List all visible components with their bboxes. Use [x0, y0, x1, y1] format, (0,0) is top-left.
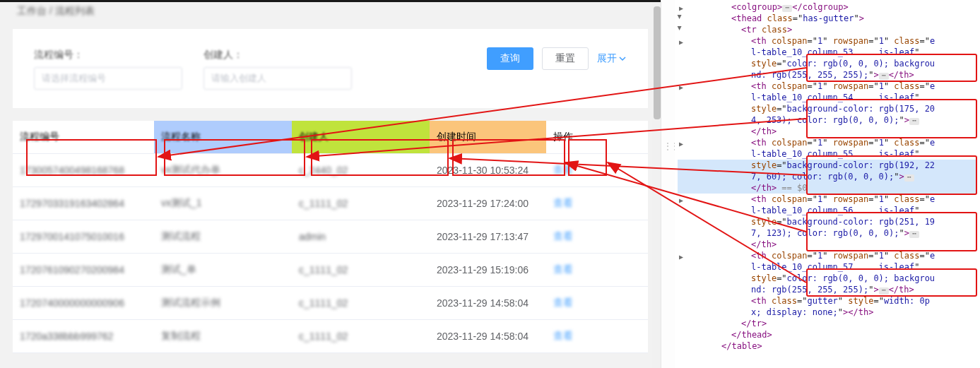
devtools-source-line[interactable]: </th> — [678, 239, 977, 250]
table-row: 1729703319163402864vx测试_1c_1111_022023-1… — [13, 187, 648, 220]
devtools-source-line[interactable]: 4, 253); color: rgb(0, 0, 0);">⋯ — [678, 114, 977, 126]
data-table: 流程编号 流程名称 创建人 创建时间 操作 173005740049816876… — [13, 121, 648, 353]
table-row: 1720a338bbb999762复制流程c_1111_022023-11-29… — [13, 320, 648, 353]
devtools-source-line[interactable]: ▶<th colspan="1" rowspan="1" class="e — [678, 137, 977, 148]
field-process-no: 流程编号： 请选择流程编号 — [34, 49, 182, 90]
devtools-source-line[interactable]: 7, 123); color: rgb(0, 0, 0);">⋯ — [678, 227, 977, 239]
devtools-source-line[interactable]: ▶<th colspan="1" rowspan="1" class="e — [678, 81, 977, 92]
scrollbar-thumb[interactable] — [654, 6, 661, 119]
cell-creator: c_1111_02 — [292, 320, 430, 353]
table-head: 流程编号 流程名称 创建人 创建时间 操作 — [13, 121, 648, 154]
app-content: 工作台 / 流程列表 流程编号： 请选择流程编号 创建人： 请输入创建人 查询 … — [0, 0, 661, 368]
cell-operate: 查看 — [546, 154, 648, 187]
cell-process-name: 测试流程示例 — [154, 287, 292, 320]
cell-creator: admin — [292, 220, 430, 254]
devtools-source-line[interactable]: ▶<tr class> — [678, 24, 977, 35]
devtools-source-line[interactable]: style="background-color: rgb(175, 20 — [678, 103, 977, 114]
devtools-source-line[interactable]: ▶<thead class="has-gutter"> — [678, 13, 977, 24]
cell-process-no: 1729700141075010016 — [13, 220, 154, 254]
devtools-source-line[interactable]: l-table_10_column_53 is-leaf" — [678, 47, 977, 58]
cell-process-name: 测试流程 — [154, 220, 292, 254]
table-body: 1730057400498168768vx测试代办单c_2440_022023-… — [13, 154, 648, 353]
cell-create-time: 2023-11-29 17:24:00 — [430, 187, 546, 220]
cell-process-name: 复制流程 — [154, 320, 292, 353]
devtools-source-line[interactable]: style="background-color: rgb(251, 19 — [678, 216, 977, 227]
cell-operate: 查看 — [546, 287, 648, 320]
cell-process-no: 1720761090270200984 — [13, 254, 154, 287]
field-label: 创建人： — [203, 49, 352, 61]
cell-process-no: 1730057400498168768 — [13, 154, 154, 187]
query-button[interactable]: 查询 — [487, 47, 533, 70]
cell-process-name: vx测试_1 — [154, 187, 292, 220]
devtools-source-line[interactable]: ▶<th colspan="1" rowspan="1" class="e — [678, 250, 977, 261]
table-row: 1720740000000000906测试流程示例c_1111_022023-1… — [13, 287, 648, 320]
devtools-source-line[interactable]: </tr> — [678, 318, 977, 329]
cell-creator: c_1111_02 — [292, 287, 430, 320]
cell-process-no: 1729703319163402864 — [13, 187, 154, 220]
devtools-source-line[interactable]: 7, 60); color: rgb(0, 0, 0);">⋯ — [678, 171, 977, 182]
devtools-source-line[interactable]: nd: rgb(255, 255, 255);">⋯</th> — [678, 69, 977, 81]
search-panel: 流程编号： 请选择流程编号 创建人： 请输入创建人 查询 重置 展开 — [13, 29, 648, 108]
chevron-down-icon — [618, 54, 627, 63]
table-row: 1730057400498168768vx测试代办单c_2440_022023-… — [13, 154, 648, 187]
cell-operate: 查看 — [546, 220, 648, 254]
breadcrumb: 工作台 / 流程列表 — [0, 2, 661, 23]
view-link[interactable]: 查看 — [553, 330, 573, 343]
devtools-source-line[interactable]: </th> == $0 — [678, 182, 977, 194]
process-no-select[interactable]: 请选择流程编号 — [34, 67, 182, 90]
field-label: 流程编号： — [34, 49, 182, 61]
cell-create-time: 2023-11-30 10:53:24 — [430, 154, 546, 187]
view-link[interactable]: 查看 — [553, 164, 573, 177]
devtools-source-line[interactable]: nd: rgb(255, 255, 255);">⋯</th> — [678, 284, 977, 295]
view-link[interactable]: 查看 — [553, 197, 573, 210]
view-link[interactable]: 查看 — [553, 263, 573, 276]
expand-label: 展开 — [597, 52, 617, 65]
devtools-source-line[interactable]: style="background-color: rgb(192, 22 — [678, 160, 977, 171]
th-operate: 操作 — [546, 121, 648, 154]
devtools-source-line[interactable]: ▶<th colspan="1" rowspan="1" class="e — [678, 194, 977, 205]
devtools-source-line[interactable]: </th> — [678, 126, 977, 137]
th-create-time: 创建时间 — [430, 121, 546, 154]
devtools-source-line[interactable]: l-table_10_column_57 is-leaf" — [678, 261, 977, 273]
devtools-source-line[interactable]: </table> — [678, 340, 977, 352]
cell-operate: 查看 — [546, 320, 648, 353]
th-process-name: 流程名称 — [154, 121, 292, 154]
creator-input[interactable]: 请输入创建人 — [203, 67, 352, 90]
view-link[interactable]: 查看 — [553, 230, 573, 243]
devtools-source-line[interactable]: style="color: rgb(0, 0, 0); backgrou — [678, 58, 977, 69]
cell-creator: c_1111_02 — [292, 254, 430, 287]
th-creator: 创建人 — [292, 121, 430, 154]
cell-process-name: 测试_单 — [154, 254, 292, 287]
devtools-source-line[interactable]: l-table_10_column_55 is-leaf" — [678, 148, 977, 160]
expand-link[interactable]: 展开 — [597, 52, 627, 65]
devtools-source-line[interactable]: </thead> — [678, 329, 977, 340]
th-process-no: 流程编号 — [13, 121, 154, 154]
cell-create-time: 2023-11-29 17:13:47 — [430, 220, 546, 254]
devtools-source-line[interactable]: <th class="gutter" style="width: 0p — [678, 295, 977, 307]
table-panel: 流程编号 流程名称 创建人 创建时间 操作 173005740049816876… — [13, 121, 648, 353]
devtools-source-line[interactable]: l-table_10_column_56 is-leaf" — [678, 205, 977, 216]
reset-button[interactable]: 重置 — [542, 47, 589, 70]
cell-process-no: 1720a338bbb999762 — [13, 320, 154, 353]
splitter-gutter[interactable]: ⋮⋮ — [661, 0, 675, 368]
cell-create-time: 2023-11-29 14:58:04 — [430, 287, 546, 320]
devtools-source-line[interactable]: l-table_10_column_54 is-leaf" — [678, 92, 977, 103]
cell-process-name: vx测试代办单 — [154, 154, 292, 187]
cell-process-no: 1720740000000000906 — [13, 287, 154, 320]
field-creator: 创建人： 请输入创建人 — [203, 49, 352, 90]
cell-create-time: 2023-11-29 15:19:06 — [430, 254, 546, 287]
devtools-source-line[interactable]: ▶<colgroup>⋯</colgroup> — [678, 1, 977, 13]
devtools-elements-panel[interactable]: ▶<colgroup>⋯</colgroup>▶<thead class="ha… — [675, 0, 980, 368]
devtools-source-line[interactable]: ▶<th colspan="1" rowspan="1" class="e — [678, 35, 977, 47]
cell-creator: c_2440_02 — [292, 154, 430, 187]
devtools-source-line[interactable]: x; display: none;"></th> — [678, 307, 977, 318]
table-row: 1729700141075010016测试流程admin2023-11-29 1… — [13, 220, 648, 254]
devtools-source-line[interactable]: style="color: rgb(0, 0, 0); backgrou — [678, 273, 977, 284]
cell-creator: c_1111_02 — [292, 187, 430, 220]
table-row: 1720761090270200984测试_单c_1111_022023-11-… — [13, 254, 648, 287]
cell-operate: 查看 — [546, 187, 648, 220]
cell-operate: 查看 — [546, 254, 648, 287]
view-link[interactable]: 查看 — [553, 297, 573, 309]
cell-create-time: 2023-11-29 14:58:04 — [430, 320, 546, 353]
